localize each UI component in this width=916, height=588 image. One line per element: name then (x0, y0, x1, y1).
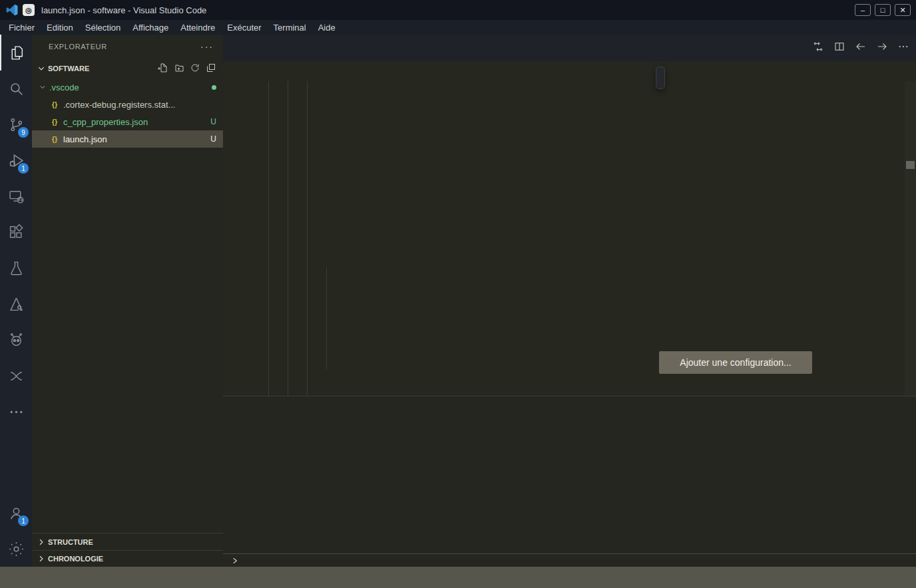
chevron-right-icon (37, 555, 45, 563)
editor-region: Ajouter une configuration... (223, 35, 916, 567)
chevron-down-icon (37, 84, 48, 90)
menu-item-exécuter[interactable]: Exécuter (221, 20, 267, 35)
new-folder-icon[interactable] (174, 63, 184, 74)
menu-item-atteindre[interactable]: Atteindre (174, 20, 221, 35)
infinity-icon (8, 368, 25, 384)
debug-console-output (223, 426, 913, 553)
go-forward-icon[interactable] (876, 41, 888, 55)
activity-top: 91 (0, 35, 32, 430)
maximize-button[interactable]: □ (875, 4, 891, 16)
activity-explorer[interactable] (0, 35, 32, 71)
badge-count: 1 (18, 515, 29, 526)
menu-item-edition[interactable]: Edition (41, 20, 79, 35)
add-configuration-button[interactable]: Ajouter une configuration... (659, 351, 812, 374)
prompt-chevron-icon (231, 557, 239, 565)
more-icon (8, 404, 25, 420)
menu-item-aide[interactable]: Aide (312, 20, 342, 35)
breadcrumb (223, 61, 916, 81)
tree-item-launch.json[interactable]: {}launch.jsonU (32, 130, 223, 148)
workspace-section-header[interactable]: SOFTWARE (32, 59, 223, 78)
file-tree: .vscode{}.cortex-debug.registers.stat...… (32, 78, 223, 148)
changes-dot-icon (212, 85, 216, 90)
file-name: .vscode (49, 82, 79, 92)
search-icon (8, 80, 25, 97)
activity-accounts[interactable]: 1 (0, 495, 32, 531)
vscode-logo-icon (5, 3, 19, 17)
window-controls: – □ ✕ (855, 4, 911, 16)
editor-actions (812, 35, 909, 61)
remote-icon (8, 188, 25, 205)
menu-item-affichage[interactable]: Affichage (126, 20, 174, 35)
activity-bottom: 1 (0, 495, 32, 567)
menu-bar: FichierEditionSélectionAffichageAtteindr… (0, 20, 916, 35)
panel-tabs (223, 396, 916, 423)
minimize-button[interactable]: – (855, 4, 871, 16)
git-status-badge: U (210, 117, 216, 126)
badge-count: 9 (18, 127, 29, 138)
file-type-icon: {} (49, 118, 60, 126)
activity-more-views[interactable] (0, 394, 32, 430)
menu-item-sélection[interactable]: Sélection (79, 20, 126, 35)
structure-label: STRUCTURE (48, 538, 93, 546)
debug-console-input[interactable] (223, 553, 916, 567)
chevron-down-icon (37, 65, 45, 73)
files-icon (9, 45, 25, 61)
cmake-icon (8, 296, 25, 313)
activity-search[interactable] (0, 71, 32, 106)
code-editor[interactable] (223, 81, 916, 396)
activity-extensions[interactable] (0, 214, 32, 250)
activity-testing[interactable] (0, 250, 32, 286)
structure-section[interactable]: STRUCTURE (32, 533, 223, 550)
go-back-icon[interactable] (855, 41, 867, 55)
close-button[interactable]: ✕ (895, 4, 911, 16)
menu-item-terminal[interactable]: Terminal (268, 20, 312, 35)
explorer-actions (158, 63, 216, 74)
scrollbar-thumb[interactable] (906, 161, 915, 169)
explorer-more-icon[interactable]: ··· (200, 41, 214, 52)
activity-source-control[interactable]: 9 (0, 106, 32, 142)
file-name: c_cpp_properties.json (63, 117, 148, 127)
chronology-label: CHRONOLOGIE (48, 555, 103, 563)
activity-remote-explorer[interactable] (0, 178, 32, 214)
chronology-section[interactable]: CHRONOLOGIE (32, 550, 223, 567)
activity-vs-solution[interactable] (0, 358, 32, 394)
debug-toolbar (656, 67, 665, 89)
file-name: .cortex-debug.registers.stat... (63, 100, 175, 110)
status-bar (0, 567, 916, 588)
editor-scrollbar[interactable] (905, 81, 916, 396)
vscode-window: ◎ launch.json - software - Visual Studio… (0, 0, 916, 588)
tree-item-c_cpp_properties.json[interactable]: {}c_cpp_properties.jsonU (32, 113, 223, 130)
file-name: launch.json (63, 134, 107, 144)
bottom-panel (223, 396, 916, 567)
activity-run-and-debug[interactable]: 1 (0, 142, 32, 178)
tree-item-.cortex-debug.registers.stat...[interactable]: {}.cortex-debug.registers.stat... (32, 96, 223, 113)
explorer-header: EXPLORATEUR ··· (32, 35, 223, 59)
file-type-icon: {} (49, 100, 60, 108)
chevron-right-icon (37, 538, 45, 546)
explorer-title: EXPLORATEUR (49, 43, 107, 51)
app-badge-icon: ◎ (23, 4, 35, 16)
activity-bar: 91 1 (0, 35, 32, 567)
activity-settings[interactable] (0, 531, 32, 567)
split-editor-icon[interactable] (833, 41, 845, 55)
gear-icon (8, 541, 25, 557)
beaker-icon (8, 260, 25, 277)
menu-item-fichier[interactable]: Fichier (3, 20, 41, 35)
workspace-section-label: SOFTWARE (48, 65, 89, 73)
minimap[interactable] (818, 81, 905, 396)
collapse-all-icon[interactable] (206, 63, 216, 74)
activity-cmake-tools[interactable] (0, 286, 32, 322)
refresh-icon[interactable] (190, 63, 200, 74)
new-file-icon[interactable] (158, 63, 168, 74)
more-actions-icon[interactable] (897, 41, 909, 55)
activity-robot-extension[interactable] (0, 322, 32, 358)
extensions-icon (8, 224, 25, 241)
open-changes-icon[interactable] (812, 41, 824, 55)
robot-icon (8, 332, 25, 349)
window-title: launch.json - software - Visual Studio C… (41, 5, 206, 15)
file-type-icon: {} (49, 135, 60, 143)
title-bar: ◎ launch.json - software - Visual Studio… (0, 0, 916, 20)
badge-count: 1 (18, 163, 29, 174)
explorer-sidebar: EXPLORATEUR ··· SOFTWARE .vscode{}.corte… (32, 35, 223, 567)
tree-item-.vscode[interactable]: .vscode (32, 78, 223, 96)
